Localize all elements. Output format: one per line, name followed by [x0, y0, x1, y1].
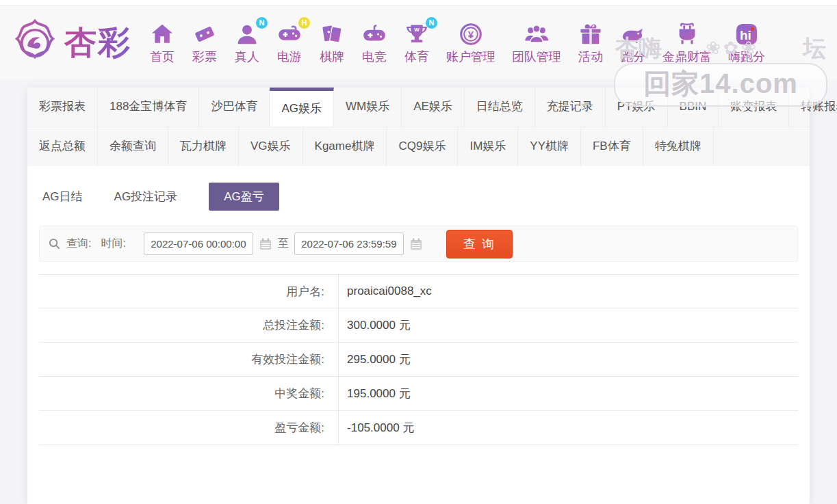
tab-彩票报表[interactable]: 彩票报表 [27, 88, 98, 127]
gift-icon [578, 21, 604, 47]
lottery-ticket-icon [192, 21, 218, 47]
cards-icon [319, 21, 345, 47]
report-row-label: 中奖金额: [39, 377, 339, 410]
report-row-label: 有效投注金额: [39, 343, 339, 376]
nav-item-home[interactable]: 首页 [141, 21, 183, 65]
header: 杏彩 首页彩票N真人H电游棋牌电竞WN体育¥账户管理团队管理活动跑分金鼎财富hi… [0, 5, 837, 79]
report-row-value: proaicai0088_xc [339, 275, 432, 308]
new-badge: H [298, 17, 310, 29]
search-icon [48, 237, 61, 250]
nav-item-label: 活动 [578, 49, 603, 65]
report-row-value: -105.0000 元 [339, 411, 414, 445]
tab-日结总览[interactable]: 日结总览 [465, 88, 535, 127]
team-icon [524, 21, 550, 47]
search-bar: 查询: 时间: 至 查 询 [39, 226, 798, 262]
tab-余额查询[interactable]: 余额查询 [98, 127, 168, 166]
tab-row-1: 彩票报表188金宝博体育沙巴体育AG娱乐WM娱乐AE娱乐日结总览充提记录PT娱乐… [27, 88, 810, 127]
tab-FB体育[interactable]: FB体育 [581, 127, 643, 166]
nav-item-label: 跑分 [621, 49, 645, 65]
nav-item-label: 团队管理 [512, 49, 561, 65]
nav-item-rhino[interactable]: 跑分 [612, 21, 654, 65]
report-row: 盈亏金额:-105.0000 元 [39, 411, 798, 445]
nav-item-label: 彩票 [192, 49, 217, 65]
report-row-value: 295.0000 元 [339, 343, 411, 376]
nav-item-team[interactable]: 团队管理 [504, 21, 569, 65]
brand-name: 杏彩 [64, 21, 131, 64]
tab-特兔棋牌[interactable]: 特兔棋牌 [643, 127, 714, 166]
tab-沙巴体育[interactable]: 沙巴体育 [199, 88, 270, 127]
subtab-AG投注记录[interactable]: AG投注记录 [114, 189, 178, 204]
nav-item-live-person[interactable]: N真人 [226, 21, 268, 65]
nav-item-esports[interactable]: 电竞 [353, 21, 396, 65]
svg-text:¥: ¥ [468, 28, 474, 40]
ding-icon [674, 21, 700, 47]
tab-CQ9娱乐[interactable]: CQ9娱乐 [387, 127, 458, 166]
svg-text:hi: hi [740, 27, 751, 42]
nav-item-label: 电竞 [362, 49, 387, 65]
svg-text:W: W [414, 26, 420, 32]
nav-item-coin-yuan[interactable]: ¥账户管理 [438, 21, 504, 65]
tab-AG娱乐[interactable]: AG娱乐 [270, 88, 334, 127]
report-row: 有效投注金额:295.0000 元 [39, 343, 798, 377]
report-row-value: 300.0000 元 [339, 308, 411, 342]
top-strip [0, 0, 837, 5]
nav-item-label: 真人 [235, 49, 259, 65]
report-row-label: 总投注金额: [39, 308, 339, 342]
home-icon [149, 21, 175, 47]
nav-item-hi-app[interactable]: hi嗨跑分 [720, 21, 773, 65]
nav-item-lottery-ticket[interactable]: 彩票 [183, 21, 226, 65]
query-button[interactable]: 查 询 [446, 230, 513, 258]
date-from-input[interactable] [144, 233, 253, 255]
nav-item-label: 棋牌 [320, 49, 344, 65]
esports-icon [361, 21, 387, 47]
main-panel: 彩票报表188金宝博体育沙巴体育AG娱乐WM娱乐AE娱乐日结总览充提记录PT娱乐… [27, 88, 810, 504]
tab-账变报表[interactable]: 账变报表 [719, 88, 789, 127]
live-person-icon: N [234, 21, 260, 47]
tab-AE娱乐[interactable]: AE娱乐 [402, 88, 465, 127]
tab-瓦力棋牌[interactable]: 瓦力棋牌 [168, 127, 239, 166]
tab-YY棋牌[interactable]: YY棋牌 [518, 127, 581, 166]
tab-转账报表[interactable]: 转账报表 [789, 88, 837, 127]
subtab-AG盈亏[interactable]: AG盈亏 [209, 183, 279, 211]
nav-item-label: 金鼎财富 [662, 49, 712, 65]
nav-item-gift[interactable]: 活动 [569, 21, 612, 65]
tab-BBIN[interactable]: BBIN [668, 88, 719, 127]
nav-item-label: 电游 [277, 49, 302, 65]
calendar-icon[interactable] [259, 237, 272, 251]
tab-row-2: 返点总额余额查询瓦力棋牌VG娱乐Kgame棋牌CQ9娱乐IM娱乐YY棋牌FB体育… [27, 127, 810, 166]
coin-yuan-icon: ¥ [458, 21, 484, 47]
nav-item-label: 嗨跑分 [728, 49, 765, 65]
report-row: 用户名:proaicai0088_xc [39, 274, 798, 308]
report-tabs: 彩票报表188金宝博体育沙巴体育AG娱乐WM娱乐AE娱乐日结总览充提记录PT娱乐… [27, 88, 810, 166]
tab-PT娱乐[interactable]: PT娱乐 [606, 88, 668, 127]
query-label: 查询: [66, 237, 91, 251]
profit-report-table: 用户名:proaicai0088_xc总投注金额:300.0000 元有效投注金… [39, 274, 798, 445]
report-row-value: 195.0000 元 [339, 377, 411, 410]
subtab-AG日结[interactable]: AG日结 [42, 189, 83, 204]
nav-item-label: 账户管理 [446, 49, 495, 65]
report-row-label: 用户名: [39, 275, 339, 308]
nav-item-trophy[interactable]: WN体育 [396, 21, 438, 65]
tab-充提记录[interactable]: 充提记录 [535, 88, 606, 127]
new-badge: N [256, 17, 268, 29]
nav-item-cards[interactable]: 棋牌 [311, 21, 353, 65]
tab-IM娱乐[interactable]: IM娱乐 [458, 127, 518, 166]
tab-VG娱乐[interactable]: VG娱乐 [239, 127, 303, 166]
hi-app-icon: hi [734, 21, 760, 47]
tab-Kgame棋牌[interactable]: Kgame棋牌 [303, 127, 387, 166]
date-to-input[interactable] [294, 233, 404, 255]
nav-item-label: 首页 [150, 49, 175, 65]
tab-WM娱乐[interactable]: WM娱乐 [334, 88, 402, 127]
calendar-icon[interactable] [409, 237, 423, 251]
brand-logo[interactable]: 杏彩 [7, 18, 131, 68]
gamepad-icon: H [276, 21, 302, 47]
ag-subtabs: AG日结AG投注记录AG盈亏 [27, 166, 810, 222]
main-nav: 首页彩票N真人H电游棋牌电竞WN体育¥账户管理团队管理活动跑分金鼎财富hi嗨跑分 [141, 21, 773, 65]
tab-返点总额[interactable]: 返点总额 [27, 127, 98, 166]
trophy-icon: WN [404, 21, 430, 47]
tab-188金宝博体育[interactable]: 188金宝博体育 [98, 88, 199, 127]
nav-item-gamepad[interactable]: H电游 [268, 21, 311, 65]
nav-item-ding[interactable]: 金鼎财富 [654, 21, 720, 65]
time-label: 时间: [101, 237, 125, 251]
to-label: 至 [278, 237, 289, 251]
